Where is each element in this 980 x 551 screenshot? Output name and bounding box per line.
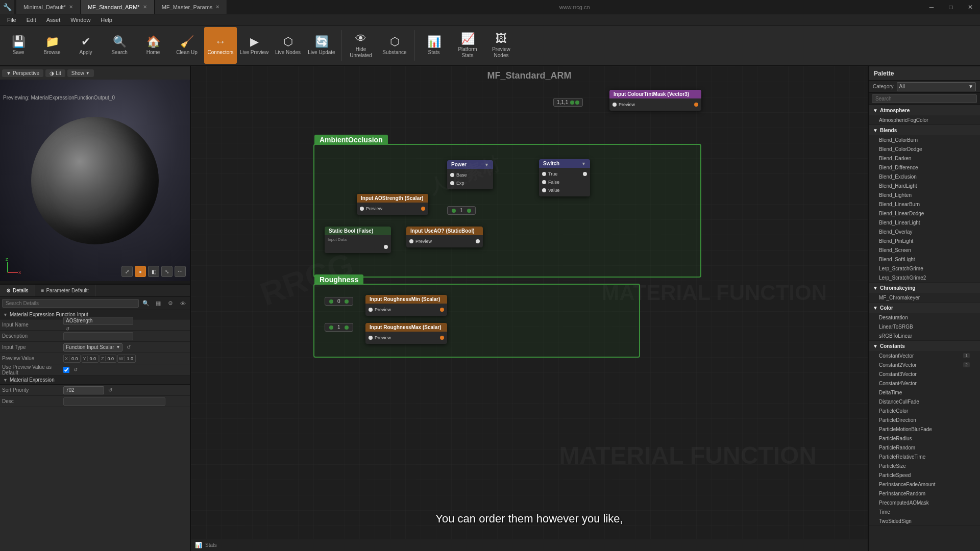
details-tab-details[interactable]: ⚙ Details [0,285,35,296]
tree-item-blend-softlight[interactable]: Blend_SoftLight [869,255,980,264]
tree-item-srgbtolinear[interactable]: sRGBToLinear [869,331,980,340]
tree-item-blend-exclusion[interactable]: Blend_Exclusion [869,172,980,181]
roughness-min-node[interactable]: Input RoughnessMin (Scalar) Preview [365,295,447,316]
hideunrelated-button[interactable]: 👁 Hide Unrelated [345,27,377,64]
maximize-button[interactable]: □ [941,0,961,14]
tab-close-arm[interactable]: ✕ [143,4,147,10]
tree-item-desaturation[interactable]: Desaturation [869,313,980,322]
tree-item-particlesize[interactable]: ParticleSize [869,461,980,470]
tree-section-header-color[interactable]: ▼ Color [869,303,980,313]
palette-category-dropdown[interactable]: All ▼ [897,82,976,91]
static-bool-node[interactable]: Static Bool (False) Input Data [325,227,391,253]
viewport-show-btn[interactable]: Show ▼ [67,69,94,77]
tree-item-blend-colorburn[interactable]: Blend_ColorBurn [869,135,980,144]
input-name-field[interactable] [63,317,133,325]
menu-file[interactable]: File [2,14,21,25]
menu-help[interactable]: Help [95,14,117,25]
viewport-lit-btn[interactable]: ◑ Lit [45,69,65,77]
menu-edit[interactable]: Edit [21,14,41,25]
close-button[interactable]: ✕ [961,0,980,14]
description-field[interactable] [63,332,133,340]
substance-button[interactable]: ⬡ Substance [378,27,411,64]
tree-item-lerp-scratchgrime[interactable]: Lerp_ScratchGrime [869,264,980,273]
tree-item-blend-pinlight[interactable]: Blend_PinLight [869,236,980,245]
livepreview-button[interactable]: ▶ Live Preview [238,27,271,64]
home-button[interactable]: 🏠 Home [137,27,169,64]
tree-item-blend-lineardodge[interactable]: Blend_LinearDodge [869,209,980,218]
tree-item-particlecolor[interactable]: ParticleColor [869,406,980,415]
minimize-button[interactable]: ─ [922,0,941,14]
section-header-me[interactable]: ▼ Material Expression [0,375,190,385]
viewport-ctrl-scale[interactable]: ◧ [148,266,159,277]
use-preview-reset[interactable]: ↺ [71,366,80,374]
useao-node[interactable]: Input UseAO? (StaticBool) Preview [406,227,483,247]
apply-button[interactable]: ✔ Apply [69,27,102,64]
power-dropdown-btn[interactable]: ▼ [484,162,489,167]
viewport-ctrl-settings[interactable]: ⋯ [175,266,186,277]
tree-item-blend-overlay[interactable]: Blend_Overlay [869,227,980,236]
sort-priority-dropdown[interactable]: 702 [63,386,104,394]
tree-item-constant4vector[interactable]: Constant4Vector [869,379,980,388]
power-node[interactable]: Power ▼ Base Exp [447,160,493,189]
tree-item-blend-linearlight[interactable]: Blend_LinearLight [869,218,980,227]
tab-mf-standard-arm[interactable]: MF_Standard_ARM* ✕ [81,0,155,14]
browse-button[interactable]: 📁 Browse [36,27,68,64]
tree-item-particleradius[interactable]: ParticleRadius [869,434,980,443]
tree-item-particlerandom[interactable]: ParticleRandom [869,443,980,452]
tree-item-atmosphericfog[interactable]: AtmosphericFogColor [869,115,980,124]
viewport-ctrl-maximize[interactable]: ⤡ [161,266,173,277]
details-search-icon[interactable]: 🔍 [141,298,151,309]
details-filter-icon[interactable]: ▦ [153,298,163,309]
stats-button[interactable]: 📊 Stats [418,27,450,64]
details-options-icon[interactable]: ⚙ [165,298,176,309]
sort-priority-reset[interactable]: ↺ [106,386,114,394]
palette-search-input[interactable] [872,94,977,103]
tree-item-constantvector[interactable]: ConstantVector 1 [869,351,980,360]
tab-mf-master-params[interactable]: MF_Master_Params ✕ [155,0,228,14]
tree-item-blend-screen[interactable]: Blend_Screen [869,245,980,255]
switch-dropdown-btn[interactable]: ▼ [581,161,586,166]
connectors-button[interactable]: ↔ Connectors [204,27,237,64]
tree-item-blend-darken[interactable]: Blend_Darken [869,154,980,163]
tree-item-particlespeed[interactable]: ParticleSpeed [869,470,980,480]
livenodes-button[interactable]: ⬡ Live Nodes [272,27,304,64]
num1-node[interactable]: 1 [447,206,476,215]
canvas-area[interactable]: MF_Standard_ARM MATERIAL FUNCTION Input … [191,66,868,551]
tab-close-params[interactable]: ✕ [215,4,219,10]
tree-section-header-chromakeying[interactable]: ▼ Chromakeying [869,283,980,293]
tree-section-header-blends[interactable]: ▼ Blends [869,125,980,135]
tree-item-perinstancefadeamount[interactable]: PerInstanceFadeAmount [869,480,980,489]
tree-item-twosidesign[interactable]: TwoSidedSign [869,516,980,525]
menu-window[interactable]: Window [65,14,95,25]
tree-item-perinstancerandom[interactable]: PerInstanceRandom [869,489,980,498]
tree-item-blend-colordodge[interactable]: Blend_ColorDodge [869,144,980,154]
tab-close-minimal[interactable]: ✕ [69,4,73,10]
viewport-ctrl-rotate[interactable]: ● [135,266,146,277]
desc-field[interactable] [63,397,165,406]
use-preview-checkbox[interactable] [63,367,69,373]
tree-item-particledirection[interactable]: ParticleDirection [869,415,980,424]
switch-node[interactable]: Switch ▼ True False Value [539,159,590,196]
ao-strength-node[interactable]: Input AOStrength (Scalar) Preview [357,194,428,215]
liveupdate-button[interactable]: 🔄 Live Update [305,27,338,64]
tree-item-blend-difference[interactable]: Blend_Difference [869,163,980,172]
num-111-node[interactable]: 1,1,1 [553,98,583,107]
tab-minimal[interactable]: Minimal_Default* ✕ [16,0,81,14]
details-eye-icon[interactable]: 👁 [178,298,188,309]
tree-item-constant2vector[interactable]: Constant2Vector 2 [869,360,980,369]
previewnodes-button[interactable]: 🖼 Preview Nodes [485,27,518,64]
details-search-input[interactable] [2,299,139,308]
tree-item-deltatime[interactable]: DeltaTime [869,388,980,397]
input-colour-tint-node[interactable]: Input ColourTintMask (Vector3) Preview [609,90,701,111]
tree-section-header-atmosphere[interactable]: ▼ Atmosphere [869,105,980,115]
search-button[interactable]: 🔍 Search [103,27,136,64]
details-tab-params[interactable]: ≡ Parameter Default: [35,285,96,296]
cleanup-button[interactable]: 🧹 Clean Up [170,27,203,64]
tree-item-particlemotionblurfade[interactable]: ParticleMotionBlurFade [869,424,980,434]
tree-item-lineartosrgb[interactable]: LinearToSRGB [869,322,980,331]
save-button[interactable]: 💾 Save [2,27,35,64]
platformstats-button[interactable]: 📈 Platform Stats [451,27,484,64]
viewport-perspective-btn[interactable]: ▼ Perspective [2,69,43,77]
tree-item-constant3vector[interactable]: Constant3Vector [869,369,980,379]
tree-item-mf-chromakeyer[interactable]: MF_Chromakeyer [869,293,980,302]
